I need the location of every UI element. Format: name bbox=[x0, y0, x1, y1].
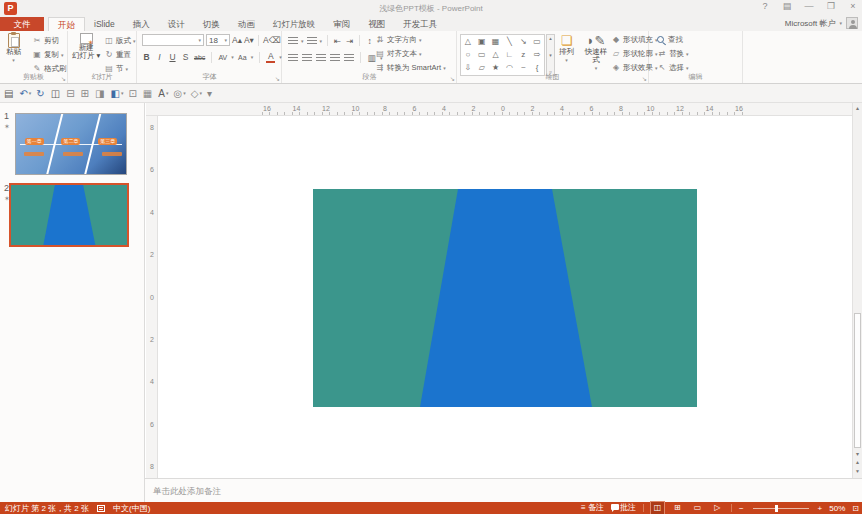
close-icon[interactable]: × bbox=[846, 1, 860, 11]
font-name-combo[interactable]: ▾ bbox=[142, 34, 204, 46]
shape-icon[interactable]: △ bbox=[492, 51, 498, 59]
find-button[interactable]: 查找 bbox=[657, 33, 689, 46]
strikethrough-button[interactable]: abc bbox=[194, 54, 205, 61]
notes-pane[interactable]: 单击此处添加备注 bbox=[145, 478, 862, 502]
account-area[interactable]: Microsoft 帐户 ▾ bbox=[785, 17, 858, 29]
line-spacing-icon[interactable]: ↕ bbox=[365, 36, 374, 46]
shape-icon[interactable]: z bbox=[521, 51, 525, 59]
numbering-icon[interactable] bbox=[307, 37, 317, 45]
qat-button[interactable]: ◧ ▾ bbox=[110, 88, 123, 99]
qat-button[interactable]: ◎ ▾ bbox=[173, 88, 185, 99]
qat-button[interactable]: ◇ ▾ bbox=[191, 88, 202, 99]
distribute-icon[interactable] bbox=[344, 54, 354, 62]
zoom-in-button[interactable]: + bbox=[818, 504, 823, 513]
shape-gallery-scrollbar[interactable]: ▴ ▾ ▿ bbox=[546, 34, 555, 76]
zoom-out-button[interactable]: − bbox=[739, 504, 744, 513]
dialog-launcher-icon[interactable]: ↘ bbox=[61, 75, 66, 82]
ribbon-tab[interactable]: 切换 bbox=[194, 17, 229, 31]
qat-button[interactable]: A ▾ bbox=[158, 88, 168, 99]
help-icon[interactable]: ? bbox=[758, 1, 772, 11]
vertical-ruler[interactable]: 864202468 bbox=[146, 116, 158, 478]
quick-styles-button[interactable]: ◗✎ 快速样式 ▾ bbox=[583, 33, 609, 72]
comments-toggle-button[interactable]: 批注 bbox=[611, 502, 636, 514]
blue-trapezoid-shape[interactable] bbox=[313, 189, 697, 407]
clear-formatting-button[interactable]: A⌫ bbox=[263, 35, 281, 45]
shape-icon[interactable]: ↘ bbox=[520, 38, 527, 46]
tab-file[interactable]: 文件 bbox=[0, 17, 44, 31]
font-color-button[interactable]: A bbox=[266, 51, 275, 63]
shape-icon[interactable]: ∟ bbox=[505, 51, 513, 59]
slides-mini-button[interactable]: ↻ 重置 bbox=[104, 48, 136, 61]
ribbon-display-options-icon[interactable]: ▤ bbox=[780, 1, 794, 11]
character-spacing-button[interactable]: A︎V bbox=[218, 54, 227, 61]
italic-button[interactable]: I bbox=[155, 52, 164, 62]
qat-button[interactable]: ⊞ bbox=[81, 88, 90, 99]
underline-button[interactable]: U bbox=[168, 52, 177, 62]
bold-button[interactable]: B bbox=[142, 52, 151, 62]
shape-icon[interactable]: ○ bbox=[465, 51, 470, 59]
restore-icon[interactable]: ❐ bbox=[824, 1, 838, 11]
shape-icon[interactable]: ⇨ bbox=[534, 51, 541, 59]
align-left-icon[interactable] bbox=[288, 54, 298, 62]
zoom-slider[interactable] bbox=[753, 508, 809, 509]
ribbon-tab[interactable]: 视图 bbox=[359, 17, 394, 31]
text-shadow-button[interactable]: S bbox=[181, 52, 190, 62]
shape-icon[interactable]: △ bbox=[465, 38, 471, 46]
qat-button[interactable]: ◨ bbox=[95, 88, 105, 99]
ribbon-tab[interactable]: 插入 bbox=[124, 17, 159, 31]
qat-button[interactable]: ⊡ bbox=[128, 88, 137, 99]
qat-button[interactable]: ↻ bbox=[36, 88, 45, 99]
zoom-level[interactable]: 50% bbox=[829, 504, 845, 513]
arrange-button[interactable]: ❏ 排列 ▾ bbox=[559, 33, 574, 64]
next-slide-icon[interactable]: ▼ bbox=[853, 468, 862, 474]
scroll-up-icon[interactable]: ▴ bbox=[549, 35, 552, 41]
minimize-icon[interactable]: — bbox=[802, 1, 816, 11]
previous-slide-icon[interactable]: ▲ bbox=[853, 459, 862, 465]
qat-button[interactable]: ▤ bbox=[4, 88, 14, 99]
scroll-down-icon[interactable]: ▾ bbox=[853, 450, 862, 457]
spell-check-icon[interactable] bbox=[97, 505, 105, 512]
ribbon-tab[interactable]: iSlide bbox=[85, 17, 124, 31]
zoom-slider-thumb[interactable] bbox=[775, 505, 778, 512]
dialog-launcher-icon[interactable]: ↘ bbox=[642, 75, 647, 82]
slides-mini-button[interactable]: ◫ 版式 ▾ bbox=[104, 34, 136, 47]
dialog-launcher-icon[interactable]: ↘ bbox=[275, 75, 280, 82]
slide-2-thumbnail-selected[interactable] bbox=[9, 183, 129, 247]
decrease-indent-icon[interactable]: ⇤ bbox=[333, 36, 342, 46]
ribbon-tab[interactable]: 开发工具 bbox=[394, 17, 446, 31]
scroll-down-icon[interactable]: ▾ bbox=[549, 52, 552, 58]
justify-icon[interactable] bbox=[330, 54, 340, 62]
qat-button[interactable]: ▦ bbox=[143, 88, 153, 99]
slide-1-thumbnail[interactable]: 第一章第二章第三章 bbox=[15, 113, 127, 175]
dialog-launcher-icon[interactable]: ↘ bbox=[450, 75, 455, 82]
bullets-icon[interactable] bbox=[288, 37, 298, 45]
qat-button[interactable]: ▾ bbox=[207, 88, 213, 99]
clipboard-mini-button[interactable]: ✂ 剪切 bbox=[32, 34, 69, 47]
change-case-button[interactable]: Aa bbox=[238, 54, 247, 61]
shape-icon[interactable]: ▭ bbox=[533, 38, 541, 46]
shape-icon[interactable]: ╲ bbox=[507, 38, 512, 46]
notes-placeholder[interactable]: 单击此处添加备注 bbox=[153, 486, 221, 498]
slideshow-button[interactable]: ▷ bbox=[711, 502, 724, 514]
slide-canvas[interactable] bbox=[158, 116, 852, 478]
ribbon-tab[interactable]: 动画 bbox=[229, 17, 264, 31]
align-center-icon[interactable] bbox=[302, 54, 312, 62]
paste-button[interactable]: 粘贴 ▾ bbox=[6, 33, 21, 64]
ribbon-tab[interactable]: 设计 bbox=[159, 17, 194, 31]
qat-button[interactable]: ↶ ▾ bbox=[19, 88, 31, 99]
canvas-scrollbar[interactable]: ▴ ▾ ▲ ▼ bbox=[852, 103, 862, 478]
replace-button[interactable]: ⇄ 替换▾ bbox=[657, 47, 689, 60]
horizontal-ruler[interactable]: 1614121086420246810121416 bbox=[146, 103, 852, 116]
notes-toggle-button[interactable]: ≡ 备注 bbox=[581, 502, 604, 514]
increase-indent-icon[interactable]: ⇥ bbox=[345, 36, 354, 46]
fit-to-window-icon[interactable]: ⊡ bbox=[852, 504, 859, 513]
reading-view-button[interactable]: ▭ bbox=[691, 502, 704, 514]
shape-icon[interactable]: ▭ bbox=[478, 51, 486, 59]
green-rectangle-shape[interactable] bbox=[313, 189, 697, 407]
font-size-combo[interactable]: 18▾ bbox=[206, 34, 230, 46]
scroll-up-icon[interactable]: ▴ bbox=[853, 104, 862, 111]
language-indicator[interactable]: 中文(中国) bbox=[113, 503, 150, 514]
clipboard-mini-button[interactable]: ▣ 复制 ▾ bbox=[32, 48, 69, 61]
align-text-button[interactable]: ▤ 对齐文本▾ bbox=[375, 47, 446, 60]
normal-view-button[interactable]: ◫ bbox=[651, 502, 664, 514]
